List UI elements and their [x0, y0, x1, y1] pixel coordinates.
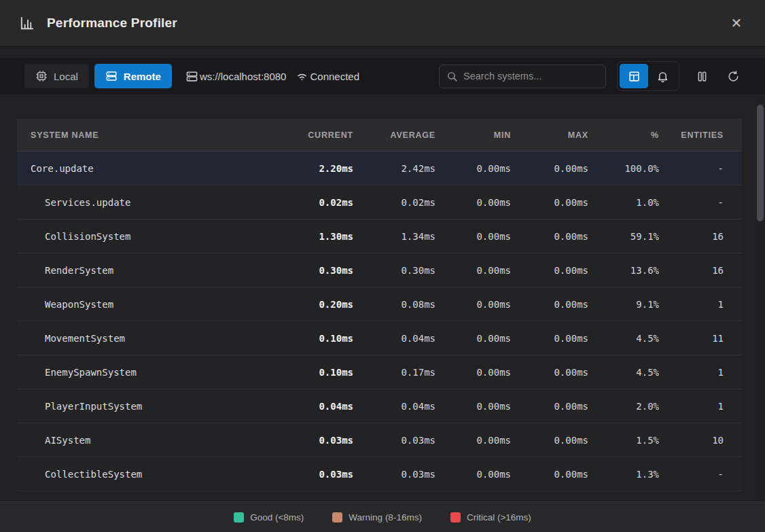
pause-button[interactable] [692, 66, 712, 86]
current-value: 2.20ms [272, 163, 353, 174]
min-value: 0.00ms [435, 163, 511, 174]
min-value: 0.00ms [435, 469, 511, 480]
legend-item-critical: Critical (>16ms) [450, 512, 531, 522]
host-address-label: ws://localhost:8080 [200, 71, 287, 82]
entities-value: 16 [659, 265, 724, 276]
entities-value: - [659, 163, 724, 174]
legend-item-good: Good (<8ms) [234, 512, 304, 522]
view-toggle [617, 61, 679, 91]
server-icon [185, 70, 198, 83]
max-value: 0.00ms [511, 435, 588, 446]
system-name: Services.update [17, 197, 272, 208]
legend-warning-label: Warning (8-16ms) [349, 512, 422, 522]
current-value: 0.04ms [272, 401, 353, 412]
system-name: AISystem [17, 435, 272, 446]
scrollbar-track[interactable] [756, 99, 764, 501]
table-row[interactable]: WeaponSystem 0.20ms 0.08ms 0.00ms 0.00ms… [17, 287, 742, 321]
table-row[interactable]: CollectibleSystem 0.03ms 0.03ms 0.00ms 0… [17, 457, 742, 491]
column-header-max[interactable]: MAX [511, 130, 588, 140]
refresh-icon [727, 70, 740, 83]
column-header-current[interactable]: CURRENT [272, 130, 353, 140]
system-name: CollisionSystem [17, 231, 272, 242]
host-address: ws://localhost:8080 [185, 70, 287, 83]
pause-icon [696, 70, 709, 83]
max-value: 0.00ms [511, 231, 588, 242]
column-header-entities[interactable]: ENTITIES [659, 130, 724, 140]
current-value: 0.10ms [272, 333, 353, 344]
max-value: 0.00ms [511, 163, 588, 174]
column-header-system-name[interactable]: SYSTEM NAME [17, 130, 272, 140]
min-value: 0.00ms [435, 265, 511, 276]
entities-value: 10 [659, 435, 724, 446]
system-name: CollectibleSystem [17, 469, 272, 480]
entities-value: 16 [659, 231, 724, 242]
search-box [439, 65, 606, 88]
average-value: 0.02ms [353, 197, 435, 208]
titlebar: Performance Profiler ✕ [0, 0, 765, 47]
legend-critical-label: Critical (>16ms) [467, 512, 531, 522]
table-row[interactable]: PlayerInputSystem 0.04ms 0.04ms 0.00ms 0… [17, 389, 742, 423]
warning-swatch [332, 512, 342, 522]
toolbar-right [439, 61, 743, 91]
average-value: 0.30ms [353, 265, 435, 276]
table-row[interactable]: Core.update 2.20ms 2.42ms 0.00ms 0.00ms … [17, 152, 742, 185]
entities-value: - [659, 469, 724, 480]
cpu-icon [35, 70, 48, 82]
min-value: 0.00ms [435, 197, 511, 208]
percent-value: 9.1% [588, 299, 659, 310]
current-value: 0.30ms [272, 265, 353, 276]
table-view-button[interactable] [620, 64, 648, 88]
column-header-average[interactable]: AVERAGE [353, 130, 435, 140]
performance-profiler-window: Performance Profiler ✕ Local [0, 0, 765, 532]
legend-good-label: Good (<8ms) [250, 512, 304, 522]
systems-table: SYSTEM NAME CURRENT AVERAGE MIN MAX % EN… [17, 119, 742, 491]
average-value: 1.34ms [353, 231, 435, 242]
percent-value: 4.5% [588, 367, 659, 378]
connection-status: Connected [296, 70, 359, 83]
legend-footer: Good (<8ms) Warning (8-16ms) Critical (>… [0, 501, 765, 532]
average-value: 0.08ms [353, 299, 435, 310]
entities-value: 1 [659, 401, 724, 412]
local-button[interactable]: Local [24, 64, 89, 88]
average-value: 0.03ms [353, 469, 435, 480]
column-header-percent[interactable]: % [588, 130, 659, 140]
min-value: 0.00ms [435, 367, 511, 378]
entities-value: - [659, 197, 724, 208]
scrollbar-thumb[interactable] [757, 105, 764, 221]
max-value: 0.00ms [511, 265, 588, 276]
refresh-button[interactable] [723, 66, 743, 86]
remote-button-label: Remote [124, 71, 161, 82]
close-icon[interactable]: ✕ [727, 14, 746, 33]
average-value: 2.42ms [353, 163, 435, 174]
system-name: MovementSystem [17, 333, 272, 344]
min-value: 0.00ms [435, 231, 511, 242]
table-body: Core.update 2.20ms 2.42ms 0.00ms 0.00ms … [17, 152, 742, 491]
alerts-button[interactable] [648, 64, 677, 88]
column-header-min[interactable]: MIN [435, 130, 511, 140]
table-row[interactable]: EnemySpawnSystem 0.10ms 0.17ms 0.00ms 0.… [17, 355, 742, 389]
table-row[interactable]: RenderSystem 0.30ms 0.30ms 0.00ms 0.00ms… [17, 253, 742, 287]
server-icon [105, 70, 118, 82]
average-value: 0.04ms [353, 333, 435, 344]
table-row[interactable]: CollisionSystem 1.30ms 1.34ms 0.00ms 0.0… [17, 219, 742, 253]
search-icon [446, 71, 458, 82]
entities-value: 1 [659, 367, 724, 378]
table-row[interactable]: MovementSystem 0.10ms 0.04ms 0.00ms 0.00… [17, 321, 742, 355]
average-value: 0.03ms [353, 435, 435, 446]
remote-button[interactable]: Remote [94, 64, 172, 88]
current-value: 0.10ms [272, 367, 353, 378]
bell-icon [656, 70, 669, 83]
percent-value: 1.5% [588, 435, 659, 446]
good-swatch [234, 512, 244, 522]
min-value: 0.00ms [435, 401, 511, 412]
max-value: 0.00ms [511, 333, 588, 344]
connection-status-label: Connected [310, 71, 359, 82]
current-value: 0.03ms [272, 469, 353, 480]
current-value: 1.30ms [272, 231, 353, 242]
table-row[interactable]: AISystem 0.03ms 0.03ms 0.00ms 0.00ms 1.5… [17, 423, 742, 457]
current-value: 0.02ms [272, 197, 353, 208]
percent-value: 1.3% [588, 469, 659, 480]
search-input[interactable] [463, 71, 599, 82]
table-row[interactable]: Services.update 0.02ms 0.02ms 0.00ms 0.0… [17, 185, 742, 219]
max-value: 0.00ms [511, 401, 588, 412]
